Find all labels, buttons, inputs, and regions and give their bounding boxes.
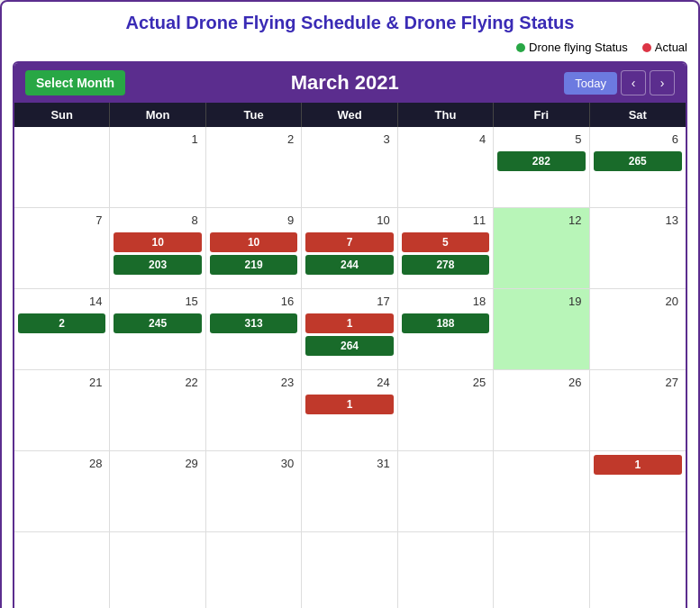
cal-cell: 810203	[110, 208, 205, 289]
cell-date: 24	[305, 374, 393, 391]
cell-date: 8	[114, 212, 201, 229]
cell-date: 7	[18, 212, 105, 229]
cell-date: 2	[210, 131, 297, 148]
cell-date: 23	[210, 374, 297, 391]
event-badge[interactable]: 219	[210, 255, 297, 275]
cal-cell: 27	[590, 370, 686, 451]
prev-button[interactable]: ‹	[621, 70, 646, 95]
cal-cell	[494, 451, 589, 532]
cell-date: 27	[594, 374, 682, 391]
cal-cell: 3	[302, 127, 397, 208]
cal-cell	[398, 532, 494, 608]
page-title: Actual Drone Flying Schedule & Drone Fly…	[13, 13, 687, 33]
cell-date: 12	[497, 212, 585, 229]
actual-label: Actual	[655, 41, 687, 54]
cell-date: 19	[497, 293, 585, 310]
event-badge[interactable]: 10	[210, 232, 297, 252]
day-header-sat: Sat	[590, 103, 686, 127]
cell-date: 9	[210, 212, 297, 229]
cal-cell: 29	[110, 451, 205, 532]
event-badge[interactable]: 188	[402, 313, 489, 333]
cell-date: 22	[114, 374, 201, 391]
cal-cell	[14, 127, 110, 208]
legend-status: Drone flying Status	[516, 41, 628, 54]
select-month-button[interactable]: Select Month	[25, 70, 125, 95]
next-button[interactable]: ›	[650, 70, 675, 95]
day-header-fri: Fri	[494, 103, 589, 127]
cal-cell: 23	[206, 370, 302, 451]
event-badge[interactable]: 203	[114, 255, 201, 275]
cell-date: 29	[114, 455, 201, 472]
cal-cell	[590, 532, 686, 608]
cal-cell: 142	[14, 289, 110, 370]
cal-cell: 21	[14, 370, 110, 451]
cal-cell	[302, 532, 397, 608]
cal-cell: 19	[494, 289, 589, 370]
cell-date: 10	[305, 212, 393, 229]
cal-cell	[110, 532, 205, 608]
day-header-thu: Thu	[398, 103, 494, 127]
actual-dot-icon	[642, 43, 651, 52]
cell-date: 30	[210, 455, 297, 472]
cell-date: 6	[594, 131, 682, 148]
cal-cell: 31	[302, 451, 397, 532]
day-header-sun: Sun	[14, 103, 110, 127]
cell-date: 20	[594, 293, 682, 310]
cal-cell	[494, 532, 589, 608]
event-badge[interactable]: 313	[210, 313, 297, 333]
event-badge[interactable]: 282	[497, 151, 585, 171]
cal-cell: 6265	[590, 127, 686, 208]
cal-cell: 241	[302, 370, 397, 451]
calendar-header: Select Month March 2021 Today ‹ ›	[14, 63, 686, 103]
cell-date: 14	[18, 293, 105, 310]
status-label: Drone flying Status	[529, 41, 628, 54]
cell-date: 17	[305, 293, 393, 310]
cell-date: 15	[114, 293, 201, 310]
cell-date: 1	[114, 131, 201, 148]
cell-date: 21	[18, 374, 105, 391]
day-header-wed: Wed	[302, 103, 397, 127]
event-badge[interactable]: 1	[594, 455, 682, 475]
calendar: Select Month March 2021 Today ‹ › SunMon…	[13, 61, 687, 608]
cal-cell: 20	[590, 289, 686, 370]
event-badge[interactable]: 245	[114, 313, 201, 333]
event-badge[interactable]: 244	[305, 255, 393, 275]
cal-cell: 28	[14, 451, 110, 532]
cal-cell: 7	[14, 208, 110, 289]
cal-cell: 22	[110, 370, 205, 451]
today-button[interactable]: Today	[564, 72, 617, 95]
cal-cell: 18188	[398, 289, 494, 370]
event-badge[interactable]: 7	[305, 232, 393, 252]
cal-cell: 12	[494, 208, 589, 289]
event-badge[interactable]: 1	[305, 313, 393, 333]
cal-cell: 115278	[398, 208, 494, 289]
event-badge[interactable]: 278	[402, 255, 489, 275]
event-badge[interactable]: 2	[18, 313, 105, 333]
cal-cell: 26	[494, 370, 589, 451]
event-badge[interactable]: 264	[305, 336, 393, 356]
event-badge[interactable]: 5	[402, 232, 489, 252]
nav-group: Today ‹ ›	[564, 70, 675, 95]
cell-date: 18	[402, 293, 489, 310]
cal-cell: 5282	[494, 127, 589, 208]
cell-date: 26	[497, 374, 585, 391]
app-container: Actual Drone Flying Schedule & Drone Fly…	[0, 0, 700, 608]
calendar-title: March 2021	[291, 71, 399, 95]
day-headers: SunMonTueWedThuFriSat	[14, 103, 686, 127]
cal-cell: 15245	[110, 289, 205, 370]
day-header-tue: Tue	[206, 103, 302, 127]
cal-cell: 910219	[206, 208, 302, 289]
cell-date: 13	[594, 212, 682, 229]
cal-cell: 30	[206, 451, 302, 532]
event-badge[interactable]: 10	[114, 232, 201, 252]
cal-cell: 2	[206, 127, 302, 208]
cell-date: 31	[305, 455, 393, 472]
cell-date: 16	[210, 293, 297, 310]
cal-cell: 107244	[302, 208, 397, 289]
cal-cell: 25	[398, 370, 494, 451]
calendar-grid: 1234528262657810203910219107244115278121…	[14, 127, 686, 608]
cell-date: 25	[402, 374, 489, 391]
cal-cell	[14, 532, 110, 608]
event-badge[interactable]: 265	[594, 151, 682, 171]
event-badge[interactable]: 1	[305, 395, 393, 414]
